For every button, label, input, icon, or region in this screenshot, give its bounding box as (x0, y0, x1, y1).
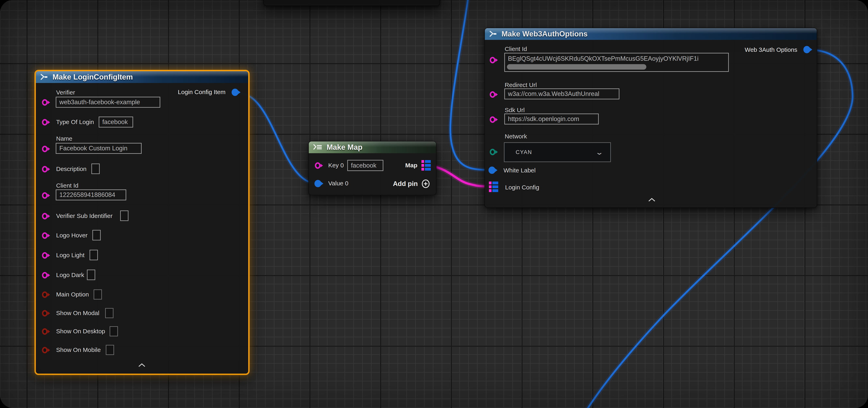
pin-network[interactable] (490, 149, 495, 155)
field-client-id-scrollbar[interactable] (507, 64, 646, 70)
collapse-chevron-icon[interactable] (138, 363, 146, 367)
pin-out-login-config-item[interactable] (231, 89, 239, 96)
node-header-make-web3authoptions[interactable]: Make Web3AuthOptions (485, 28, 817, 40)
field-type-of-login-value: facebook (102, 118, 128, 126)
field-verifier[interactable]: web3auth-facebook-example (56, 97, 160, 108)
field-logo-hover-empty[interactable] (92, 230, 101, 240)
label-value0: Value 0 (328, 180, 348, 187)
wire-map-to-loginconfig-glow (431, 166, 488, 186)
make-struct-icon (40, 73, 49, 81)
field-client-id[interactable]: BEglQSgt4cUWcj6SKRdu5QkOXTsePmMcusG5EAoy… (504, 53, 729, 72)
add-pin-plus-icon (422, 179, 430, 188)
checkbox-show-on-desktop[interactable] (110, 326, 118, 336)
wire-top-to-whitelabel-glow (451, 0, 486, 170)
field-name[interactable]: Facebook Custom Login (56, 143, 142, 154)
make-map-icon (313, 144, 323, 151)
node-title: Make Web3AuthOptions (501, 30, 588, 38)
graph-canvas[interactable]: Make LoginConfigItem Login Config Item V… (0, 0, 868, 408)
label-login-config: Login Config (505, 184, 539, 191)
field-logo-light-empty[interactable] (90, 250, 98, 260)
label-logo-hover: Logo Hover (56, 232, 88, 239)
checkbox-show-on-mobile[interactable] (106, 345, 114, 355)
checkbox-main-option[interactable] (94, 290, 102, 300)
field-key0[interactable]: facebook (347, 160, 383, 171)
wire-loginconfig-to-value0-glow (239, 93, 316, 183)
label-main-option: Main Option (56, 291, 89, 298)
pin-client-id[interactable] (490, 57, 495, 63)
label-client-id: Client Id (56, 182, 79, 189)
field-redirect-url[interactable]: w3a://com.w3a.Web3AuthUnreal (504, 89, 619, 99)
label-white-label: White Label (503, 167, 535, 174)
label-show-on-mobile: Show On Mobile (56, 346, 101, 353)
node-make-loginconfigitem[interactable]: Make LoginConfigItem Login Config Item V… (34, 70, 250, 375)
output-label-web3auth-options: Web 3Auth Options (745, 46, 797, 53)
pin-main-option[interactable] (42, 292, 48, 298)
wire-top-to-whitelabel[interactable] (451, 0, 486, 170)
node-make-web3authoptions[interactable]: Make Web3AuthOptions Web 3Auth Options C… (485, 28, 817, 208)
pin-show-on-mobile[interactable] (42, 347, 48, 353)
label-logo-light: Logo Light (56, 252, 85, 259)
node-header-make-map[interactable]: Make Map (309, 141, 436, 153)
field-key0-value: facebook (351, 162, 376, 169)
field-client-id-value: BEglQSgt4cUWcj6SKRdu5QkOXTsePmMcusG5EAoy… (508, 55, 699, 62)
field-type-of-login[interactable]: facebook (99, 116, 133, 128)
label-verifier: Verifier (56, 89, 75, 96)
wire-loginconfig-to-value0[interactable] (239, 93, 316, 183)
map-pin-icon[interactable] (422, 160, 432, 171)
field-verifier-value: web3auth-facebook-example (59, 99, 140, 106)
field-logo-dark-empty[interactable] (87, 270, 95, 280)
label-client-id: Client Id (505, 45, 527, 53)
label-show-on-desktop: Show On Desktop (56, 328, 105, 335)
partial-node-top[interactable] (264, 0, 440, 6)
dropdown-network[interactable]: CYAN ⌄ (504, 142, 611, 162)
node-title: Make LoginConfigItem (53, 73, 133, 81)
field-sdk-url-value: https://sdk.openlogin.com (508, 115, 579, 123)
label-network: Network (505, 133, 527, 140)
wire-map-to-loginconfig[interactable] (431, 166, 488, 186)
add-pin-label: Add pin (393, 180, 418, 188)
label-name: Name (56, 135, 72, 142)
label-show-on-modal: Show On Modal (56, 310, 99, 316)
pin-logo-light[interactable] (42, 252, 48, 259)
pin-value0[interactable] (314, 180, 321, 187)
label-type-of-login: Type Of Login (56, 118, 94, 126)
output-label-login-config-item: Login Config Item (178, 89, 225, 96)
collapse-chevron-icon[interactable] (648, 198, 655, 202)
pin-key0[interactable] (315, 162, 320, 169)
pin-show-on-desktop[interactable] (42, 328, 48, 335)
label-description: Description (56, 166, 87, 172)
label-redirect-url: Redirect Url (505, 81, 537, 89)
pin-sdk-url[interactable] (490, 116, 495, 123)
node-title: Make Map (327, 143, 363, 151)
chevron-down-icon: ⌄ (595, 148, 603, 156)
pin-logo-dark[interactable] (42, 272, 48, 278)
field-client-id-value: 1222658941886084 (59, 191, 115, 199)
field-description-empty[interactable] (91, 164, 100, 174)
pin-verifier[interactable] (42, 99, 48, 106)
pin-white-label[interactable] (489, 167, 495, 174)
field-verifier-sub-identifier-empty[interactable] (120, 210, 128, 221)
pin-type-of-login[interactable] (42, 119, 48, 126)
field-name-value: Facebook Custom Login (59, 145, 127, 152)
add-pin-button[interactable]: Add pin (393, 179, 430, 188)
dropdown-network-value: CYAN (516, 149, 532, 156)
label-verifier-sub-identifier: Verifier Sub Identifier (56, 212, 113, 219)
field-client-id[interactable]: 1222658941886084 (56, 190, 126, 200)
label-logo-dark: Logo Dark (56, 272, 84, 278)
pin-redirect-url[interactable] (490, 91, 495, 98)
pin-client-id[interactable] (42, 192, 48, 199)
pin-name[interactable] (42, 146, 48, 152)
pin-show-on-modal[interactable] (42, 310, 48, 316)
checkbox-show-on-modal[interactable] (105, 308, 114, 318)
field-sdk-url[interactable]: https://sdk.openlogin.com (504, 113, 599, 125)
node-header-make-loginconfigitem[interactable]: Make LoginConfigItem (36, 71, 248, 83)
blueprint-editor: Make LoginConfigItem Login Config Item V… (0, 0, 868, 408)
pin-logo-hover[interactable] (42, 232, 48, 239)
node-make-map[interactable]: Make Map Key 0 facebook Map Value 0 Add … (308, 141, 436, 195)
pin-description[interactable] (42, 166, 48, 172)
make-struct-icon (489, 30, 498, 38)
field-redirect-url-value: w3a://com.w3a.Web3AuthUnreal (508, 90, 599, 98)
pin-login-config-map-icon[interactable] (489, 181, 499, 193)
pin-out-web3auth-options[interactable] (803, 46, 810, 53)
pin-verifier-sub-identifier[interactable] (42, 213, 48, 219)
